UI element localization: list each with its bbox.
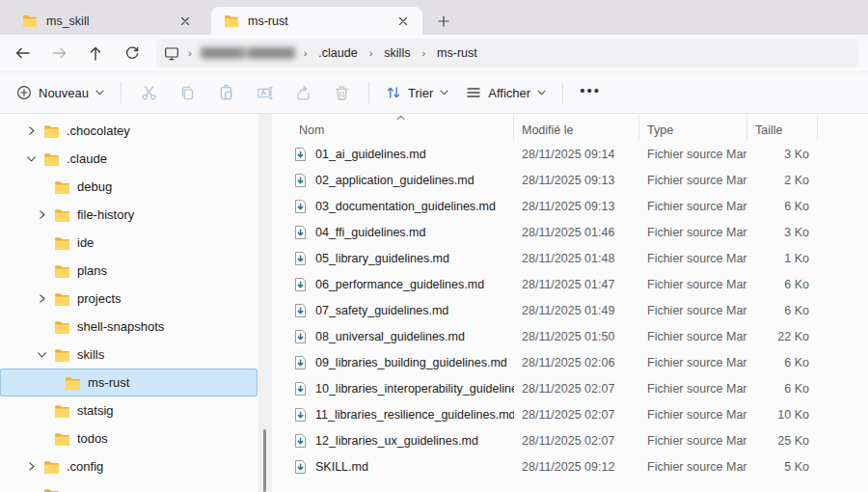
tree-item-statsig[interactable]: statsig <box>0 396 258 424</box>
breadcrumb-item-skills[interactable]: skills <box>377 43 417 63</box>
chevron-icon[interactable] <box>26 153 37 164</box>
refresh-button[interactable] <box>114 38 150 68</box>
markdown-file-icon <box>294 407 307 423</box>
view-button[interactable]: Afficher <box>457 76 555 109</box>
file-row[interactable]: 01_ai_guidelines.md 28/11/2025 09:14 Fic… <box>272 141 868 167</box>
file-row[interactable]: 10_libraries_interoperability_guidelines… <box>272 375 868 401</box>
breadcrumb-chevron-icon[interactable]: › <box>185 47 195 59</box>
chevron-icon[interactable] <box>37 349 47 360</box>
file-row[interactable]: 12_libraries_ux_guidelines.md 28/11/2025… <box>272 427 868 453</box>
new-button[interactable]: Nouveau <box>8 76 113 109</box>
copy-button[interactable] <box>168 76 206 109</box>
chevron-icon[interactable] <box>37 209 47 220</box>
markdown-file-icon <box>294 433 307 449</box>
tree-item-plans[interactable]: plans <box>0 257 258 285</box>
tree-item-todos[interactable]: todos <box>0 424 258 452</box>
file-modified: 28/11/2025 01:49 <box>514 297 639 323</box>
file-row[interactable]: 09_libraries_building_guidelines.md 28/1… <box>272 349 868 375</box>
sort-button[interactable]: Trier <box>377 76 457 109</box>
markdown-file-icon <box>294 381 307 396</box>
file-row[interactable]: 05_library_guidelines.md 28/11/2025 01:4… <box>272 245 868 271</box>
tab-close-icon[interactable] <box>393 12 413 31</box>
delete-button[interactable] <box>322 76 361 109</box>
chevron-icon[interactable] <box>26 461 37 472</box>
address-bar[interactable]: › › .claude › skills › ms-rust <box>156 39 858 68</box>
chevron-icon[interactable] <box>37 293 47 304</box>
paste-button[interactable] <box>206 76 245 109</box>
file-name: 06_performance_guidelines.md <box>315 278 484 291</box>
file-modified: 28/11/2025 09:14 <box>514 141 639 167</box>
file-type: Fichier source Mar... <box>639 141 747 167</box>
markdown-file-icon <box>294 147 307 162</box>
folder-icon <box>54 404 70 418</box>
tree-item-projects[interactable]: projects <box>0 285 258 313</box>
row-spacer <box>818 349 868 375</box>
file-row[interactable]: 04_ffi_guidelines.md 28/11/2025 01:46 Fi… <box>272 219 868 245</box>
tree-item-ms-rust[interactable]: ms-rust <box>0 369 258 396</box>
folder-icon <box>54 208 70 222</box>
file-modified: 28/11/2025 09:13 <box>514 193 639 219</box>
column-header-size[interactable]: Taille <box>747 114 818 141</box>
chevron-icon[interactable] <box>26 125 37 136</box>
row-spacer <box>818 219 868 245</box>
breadcrumb-chevron-icon[interactable]: › <box>366 47 376 59</box>
file-name: 09_libraries_building_guidelines.md <box>315 356 507 369</box>
breadcrumb-chevron-icon[interactable]: › <box>301 47 311 59</box>
chevron-down-icon <box>95 90 104 96</box>
share-button[interactable] <box>284 76 322 109</box>
file-name: 10_libraries_interoperability_guidelines… <box>315 382 514 396</box>
breadcrumb-item-ms-rust[interactable]: ms-rust <box>430 43 484 63</box>
file-row[interactable]: 06_performance_guidelines.md 28/11/2025 … <box>272 271 868 297</box>
more-options-button[interactable]: ••• <box>571 76 610 109</box>
file-row[interactable]: 07_safety_guidelines.md 28/11/2025 01:49… <box>272 297 868 323</box>
tree-item-shell-snapshots[interactable]: shell-snapshots <box>0 313 258 341</box>
scrollbar-thumb[interactable] <box>263 429 266 492</box>
tree-item-skills[interactable]: skills <box>0 341 258 369</box>
tab-ms_skill[interactable]: ms_skill <box>10 7 204 35</box>
breadcrumb-user-redacted[interactable] <box>201 47 295 59</box>
tree-item-label: todos <box>77 431 108 446</box>
forward-button[interactable] <box>41 38 77 68</box>
sidebar-scrollbar[interactable] <box>258 114 272 492</box>
tree-item-ide[interactable]: ide <box>0 229 258 257</box>
file-row[interactable]: SKILL.md 28/11/2025 09:12 Fichier source… <box>272 453 868 479</box>
file-row[interactable]: 03_documentation_guidelines.md 28/11/202… <box>272 193 868 219</box>
tree-item-.claude[interactable]: .claude <box>0 145 258 173</box>
up-button[interactable] <box>77 38 114 68</box>
tree-item-.chocolatey[interactable]: .chocolatey <box>0 117 258 145</box>
file-modified: 28/11/2025 02:07 <box>514 427 639 453</box>
markdown-file-icon <box>294 199 307 214</box>
new-tab-button[interactable] <box>434 12 453 31</box>
breadcrumb-item-claude[interactable]: .claude <box>312 43 364 63</box>
tree-item-label: plans <box>77 263 107 278</box>
file-row[interactable]: 11_libraries_resilience_guidelines.md 28… <box>272 401 868 427</box>
tab-label: ms-rust <box>248 14 385 28</box>
tree-item-.config[interactable]: .config <box>0 452 258 480</box>
folder-icon <box>43 152 60 166</box>
column-header-name[interactable]: Nom <box>272 114 514 141</box>
column-header-type[interactable]: Type <box>639 114 747 141</box>
markdown-file-icon <box>294 329 307 344</box>
tree-item-file-history[interactable]: file-history <box>0 201 258 229</box>
column-header-modified[interactable]: Modifié le <box>514 114 639 141</box>
cut-button[interactable] <box>129 76 168 109</box>
rename-button[interactable] <box>245 76 284 109</box>
file-name: 03_documentation_guidelines.md <box>315 200 496 213</box>
content-area: .chocolatey .claude debug file-history <box>0 114 868 492</box>
file-list-pane: Nom Modifié le Type Taille 01_ai_guideli… <box>272 114 868 492</box>
tab-ms-rust[interactable]: ms-rust <box>211 7 422 35</box>
file-row[interactable]: 02_application_guidelines.md 28/11/2025 … <box>272 167 868 193</box>
file-row[interactable]: 08_universal_guidelines.md 28/11/2025 01… <box>272 323 868 349</box>
sort-button-label: Trier <box>408 86 433 100</box>
back-button[interactable] <box>4 38 41 68</box>
file-size: 22 Ko <box>747 323 818 349</box>
tree-item-partial[interactable] <box>0 480 258 492</box>
breadcrumb-chevron-icon[interactable]: › <box>419 47 428 59</box>
file-name: 02_application_guidelines.md <box>315 174 475 187</box>
file-type: Fichier source Mar... <box>639 453 747 479</box>
tab-close-icon[interactable] <box>176 12 195 31</box>
file-type: Fichier source Mar... <box>639 245 747 271</box>
tree-item-label: debug <box>77 179 112 194</box>
tree-item-debug[interactable]: debug <box>0 173 258 201</box>
sort-arrows-icon <box>386 85 401 100</box>
